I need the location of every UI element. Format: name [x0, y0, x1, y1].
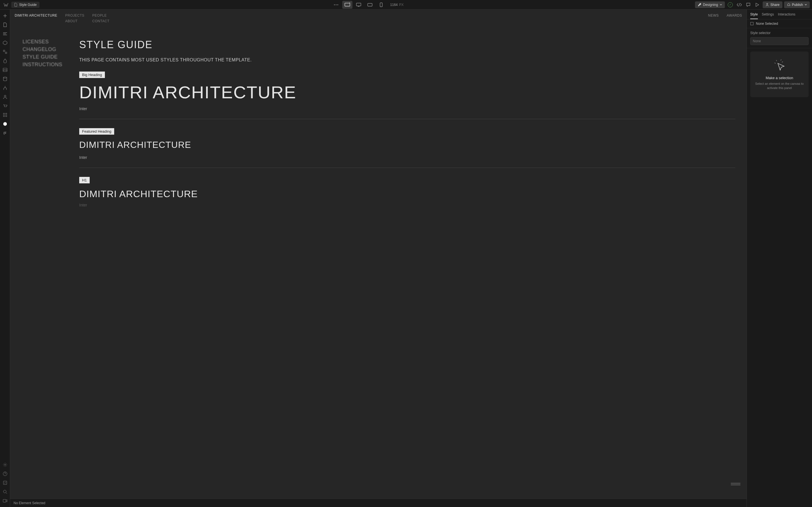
mode-dropdown[interactable]: Designing — [695, 1, 725, 8]
search-icon[interactable] — [1, 488, 9, 496]
font-name[interactable]: Inter — [79, 203, 735, 207]
cube-icon[interactable] — [1, 120, 9, 128]
nav-link[interactable]: AWARDS — [726, 13, 742, 23]
style-selector-label: Style selector — [750, 31, 809, 35]
style-selector-section: Style selector None — [747, 28, 812, 48]
breakpoint-mobile-icon[interactable] — [376, 1, 386, 9]
sidebar-item[interactable]: INSTRUCTIONS — [22, 62, 62, 68]
navigator-icon[interactable] — [1, 30, 9, 38]
svg-rect-15 — [6, 115, 7, 117]
site-brand[interactable]: DIMITRI ARCHITECTURE — [15, 13, 57, 23]
square-icon — [750, 22, 754, 25]
video-icon[interactable] — [1, 497, 9, 505]
apps-icon[interactable] — [1, 111, 9, 119]
breakpoint-desktop-icon[interactable] — [354, 1, 364, 9]
sidebar-item[interactable]: CHANGELOG — [22, 47, 62, 52]
svg-rect-9 — [3, 68, 7, 71]
nav-link[interactable]: CONTACT — [92, 19, 109, 23]
canvas-viewport[interactable]: DIMITRI ARCHITECTURE PROJECTS ABOUT PEOP… — [10, 10, 747, 499]
help-icon[interactable] — [1, 470, 9, 478]
tab-settings[interactable]: Settings — [762, 12, 774, 19]
main: {F DIMITRI ARCHITECTURE PROJECTS ABOUT P… — [0, 10, 812, 507]
page-description[interactable]: THIS PAGE CONTAINS MOST USED STYLES THRO… — [79, 57, 735, 62]
share-label: Share — [770, 3, 779, 7]
placeholder-subtitle: Select an element on the canvas to activ… — [754, 82, 805, 91]
svg-rect-20 — [3, 499, 6, 502]
canvas-area: DIMITRI ARCHITECTURE PROJECTS ABOUT PEOP… — [10, 10, 747, 507]
hamburger-menu-icon[interactable] — [731, 483, 741, 485]
svg-point-8 — [767, 3, 768, 4]
site-header: DIMITRI ARCHITECTURE PROJECTS ABOUT PEOP… — [10, 10, 747, 25]
assets-icon[interactable] — [1, 66, 9, 74]
chip-big-heading[interactable]: Big Heading — [79, 71, 105, 78]
publish-button[interactable]: Publish — [784, 1, 810, 8]
selection-row: None Selected — [747, 19, 812, 28]
status-check-icon[interactable]: ✓ — [726, 1, 734, 8]
svg-point-1 — [336, 4, 336, 5]
preview-play-icon[interactable] — [754, 1, 761, 8]
webflow-logo-icon[interactable] — [2, 1, 10, 8]
status-text: No Element Selected — [13, 501, 45, 505]
chip-featured-heading[interactable]: Featured Heading — [79, 128, 114, 135]
separator — [79, 168, 735, 168]
svg-point-11 — [4, 95, 6, 97]
featured-heading-sample[interactable]: DIMITRI ARCHITECTURE — [79, 140, 735, 150]
font-name[interactable]: Inter — [79, 155, 735, 160]
viewport-size: 1164 PX — [390, 3, 404, 7]
placeholder-box: Make a selection Select an element on th… — [750, 52, 809, 97]
nav-col-2: PEOPLE CONTACT — [92, 13, 109, 23]
page-chip[interactable]: Style Guide — [11, 2, 40, 8]
sidebar-item[interactable]: LICENSES — [22, 39, 62, 45]
add-icon[interactable] — [1, 12, 9, 20]
logic-icon[interactable] — [1, 84, 9, 92]
finsweet-icon[interactable]: {F — [1, 129, 9, 137]
cursor-click-icon — [773, 58, 786, 72]
svg-point-19 — [3, 490, 6, 493]
svg-rect-6 — [368, 3, 372, 6]
ecommerce-icon[interactable] — [1, 102, 9, 110]
users-icon[interactable] — [1, 93, 9, 101]
none-selected-label: None Selected — [756, 22, 778, 25]
top-center: 1164 PX — [41, 1, 693, 9]
viewport-width: 1164 — [390, 3, 398, 7]
site-body: LICENSES CHANGELOG STYLE GUIDE INSTRUCTI… — [10, 25, 747, 215]
sidebar-item[interactable]: STYLE GUIDE — [22, 54, 62, 60]
components-icon[interactable] — [1, 39, 9, 47]
tab-style[interactable]: Style — [750, 12, 758, 19]
cms-icon[interactable] — [1, 75, 9, 83]
breakpoint-desktop-large-icon[interactable] — [342, 1, 352, 9]
status-bar: No Element Selected — [10, 499, 747, 507]
nav-link[interactable]: ABOUT — [65, 19, 84, 23]
audit-check-icon[interactable] — [1, 479, 9, 487]
variables-icon[interactable] — [1, 48, 9, 56]
nav-link[interactable]: NEWS — [708, 13, 719, 23]
separator — [79, 119, 735, 119]
sidebar-list: LICENSES CHANGELOG STYLE GUIDE INSTRUCTI… — [22, 39, 62, 215]
nav-link[interactable]: PEOPLE — [92, 13, 109, 17]
styles-icon[interactable] — [1, 57, 9, 65]
style-selector-input[interactable]: None — [750, 37, 809, 45]
share-button[interactable]: Share — [763, 1, 782, 8]
svg-rect-4 — [356, 3, 361, 6]
right-panel: Style Settings Interactions None Selecte… — [747, 10, 812, 507]
page-title[interactable]: STYLE GUIDE — [79, 39, 735, 51]
viewport-unit: PX — [399, 3, 403, 7]
placeholder-title: Make a selection — [754, 76, 805, 80]
comment-icon[interactable] — [745, 1, 752, 8]
settings-gear-icon[interactable] — [1, 461, 9, 469]
font-name[interactable]: Inter — [79, 107, 735, 111]
breakpoint-tablet-icon[interactable] — [365, 1, 375, 9]
left-rail: {F — [0, 10, 10, 507]
svg-point-10 — [3, 77, 7, 78]
tab-interactions[interactable]: Interactions — [778, 12, 795, 19]
more-icon[interactable] — [331, 1, 341, 9]
panel-tabs: Style Settings Interactions — [747, 10, 812, 19]
nav-link[interactable]: PROJECTS — [65, 13, 84, 17]
chip-h1[interactable]: H1 — [79, 177, 90, 183]
big-heading-sample[interactable]: DIMITRI ARCHITECTURE — [79, 83, 735, 101]
pages-icon[interactable] — [1, 21, 9, 29]
svg-rect-7 — [380, 3, 382, 7]
nav-col-1: PROJECTS ABOUT — [65, 13, 84, 23]
h1-sample[interactable]: DIMITRI ARCHITECTURE — [79, 188, 735, 200]
code-icon[interactable] — [735, 1, 743, 8]
